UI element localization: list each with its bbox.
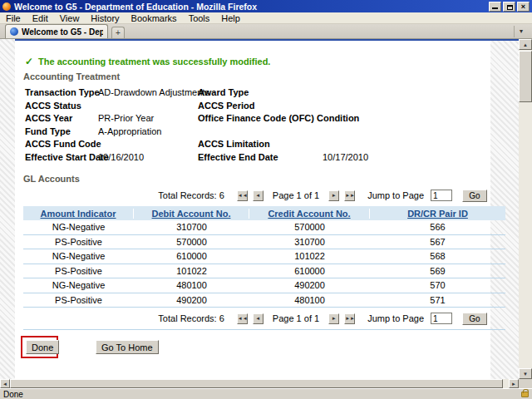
jump-to-page-label: Jump to Page — [367, 190, 424, 200]
last-page-button[interactable]: ►► — [344, 313, 355, 324]
menu-bookmarks[interactable]: Bookmarks — [126, 12, 183, 24]
menu-help[interactable]: Help — [215, 12, 246, 24]
pagination-top: Total Records: 6 ◄◄ ◄ Page 1 of 1 ► ►► J… — [158, 189, 487, 202]
scroll-up-icon[interactable]: ▲ — [519, 39, 532, 50]
horizontal-scroll-thumb[interactable] — [10, 379, 503, 388]
credit-account-cell: 570000 — [249, 222, 370, 232]
done-button[interactable]: Done — [26, 340, 59, 354]
field-label: Transaction Type — [25, 86, 98, 100]
menu-view[interactable]: View — [54, 12, 86, 24]
credit-account-cell: 490200 — [249, 280, 370, 290]
jump-to-page-input[interactable] — [431, 190, 452, 201]
menu-bar: File Edit View History Bookmarks Tools H… — [0, 12, 532, 24]
section-divider — [23, 329, 505, 330]
firefox-icon — [2, 2, 11, 11]
debit-account-cell: 101022 — [134, 266, 249, 276]
menu-edit[interactable]: Edit — [27, 12, 54, 24]
field-label: ACCS Year — [25, 112, 98, 126]
next-page-button[interactable]: ► — [328, 190, 339, 201]
field-value — [323, 100, 503, 113]
tab-favicon-icon — [10, 27, 18, 36]
minimize-button[interactable] — [489, 2, 501, 12]
status-text: Done — [3, 390, 23, 399]
prev-page-button[interactable]: ◄ — [253, 313, 264, 324]
page-indicator: Page 1 of 1 — [273, 190, 319, 200]
menu-file[interactable]: File — [0, 12, 27, 24]
column-amount-indicator[interactable]: Amount Indicator — [40, 209, 116, 219]
field-value: AD-Drawdown Adjustments — [98, 86, 198, 100]
menu-history[interactable]: History — [85, 12, 125, 24]
first-page-button[interactable]: ◄◄ — [237, 313, 248, 324]
field-value: PR-Prior Year — [98, 112, 198, 126]
restore-button[interactable] — [503, 2, 515, 12]
amount-indicator-cell: PS-Positive — [23, 295, 134, 305]
close-button[interactable]: × — [517, 2, 530, 12]
list-all-tabs-button[interactable]: ▾ — [514, 26, 528, 37]
amount-indicator-cell: PS-Positive — [23, 266, 134, 276]
debit-account-cell: 490200 — [134, 295, 249, 305]
title-bar: Welcome to G5 - Department of Education … — [0, 0, 532, 12]
field-label: Office Finance Code (OFC) Condition — [198, 112, 323, 126]
tab-welcome-g5[interactable]: Welcome to G5 - Department of Edu... — [5, 24, 108, 38]
total-records: Total Records: 6 — [158, 313, 224, 323]
go-button[interactable]: Go — [462, 313, 487, 325]
new-tab-button[interactable]: + — [111, 27, 125, 38]
debit-account-cell: 310700 — [134, 222, 249, 232]
page-top-border — [15, 39, 519, 41]
field-value — [98, 138, 198, 151]
table-row: PS-Positive 101022 610000 569 — [23, 264, 505, 279]
field-label — [198, 126, 323, 139]
vertical-scrollbar[interactable]: ▲ ▼ — [519, 39, 532, 379]
security-lock-icon[interactable] — [521, 392, 529, 397]
field-value — [323, 126, 503, 139]
field-value — [323, 112, 503, 126]
vertical-scroll-thumb[interactable] — [519, 51, 532, 102]
jump-to-page-input[interactable] — [431, 313, 452, 324]
column-credit-account[interactable]: Credit Account No. — [268, 209, 350, 219]
pair-id-cell: 566 — [370, 222, 505, 232]
first-page-button[interactable]: ◄◄ — [237, 190, 248, 201]
credit-account-cell: 101022 — [249, 251, 370, 261]
horizontal-scrollbar[interactable]: ◄ ► — [0, 379, 519, 388]
status-bar: Done — [0, 388, 532, 399]
last-page-button[interactable]: ►► — [344, 190, 355, 201]
pair-id-cell: 567 — [370, 237, 505, 247]
table-row: NG-Negative 610000 101022 568 — [23, 249, 505, 264]
prev-page-button[interactable]: ◄ — [253, 190, 264, 201]
go-to-home-button[interactable]: Go To Home — [96, 340, 159, 354]
page-indicator: Page 1 of 1 — [273, 313, 319, 323]
pair-id-cell: 569 — [370, 266, 505, 276]
table-row: NG-Negative 310700 570000 566 — [23, 220, 505, 235]
field-value — [98, 100, 198, 113]
accounting-treatment-heading: Accounting Treatment — [23, 71, 120, 81]
debit-account-cell: 480100 — [134, 280, 249, 290]
field-label: Fund Type — [25, 126, 98, 139]
field-value — [323, 138, 503, 151]
scrollbar-corner — [519, 379, 532, 388]
jump-to-page-label: Jump to Page — [367, 313, 424, 323]
column-drcr-pair-id[interactable]: DR/CR Pair ID — [407, 209, 468, 219]
field-value: A-Appropriation — [98, 126, 198, 139]
go-button[interactable]: Go — [462, 190, 487, 202]
next-page-button[interactable]: ► — [328, 313, 339, 324]
success-text: The accounting treatment was successfull… — [38, 57, 270, 66]
field-label: Effective Start Date — [25, 151, 98, 165]
table-row: NG-Negative 480100 490200 570 — [23, 278, 505, 293]
amount-indicator-cell: NG-Negative — [23, 222, 134, 232]
field-label: ACCS Status — [25, 100, 98, 113]
browser-window: Welcome to G5 - Department of Education … — [0, 0, 532, 399]
scroll-left-icon[interactable]: ◄ — [0, 379, 10, 388]
success-message: ✓The accounting treatment was successful… — [25, 56, 270, 67]
field-value: 10/16/2010 — [98, 151, 198, 165]
pagination-bottom: Total Records: 6 ◄◄ ◄ Page 1 of 1 ► ►► J… — [158, 312, 487, 325]
pair-id-cell: 568 — [370, 251, 505, 261]
column-debit-account[interactable]: Debit Account No. — [152, 209, 231, 219]
scroll-right-icon[interactable]: ► — [509, 379, 519, 388]
field-value — [323, 86, 503, 100]
page-content: ✓The accounting treatment was successful… — [0, 39, 519, 379]
pair-id-cell: 570 — [370, 280, 505, 290]
debit-account-cell: 610000 — [134, 251, 249, 261]
scroll-down-icon[interactable]: ▼ — [519, 368, 532, 379]
field-label: ACCS Limitation — [198, 138, 323, 151]
menu-tools[interactable]: Tools — [183, 12, 216, 24]
